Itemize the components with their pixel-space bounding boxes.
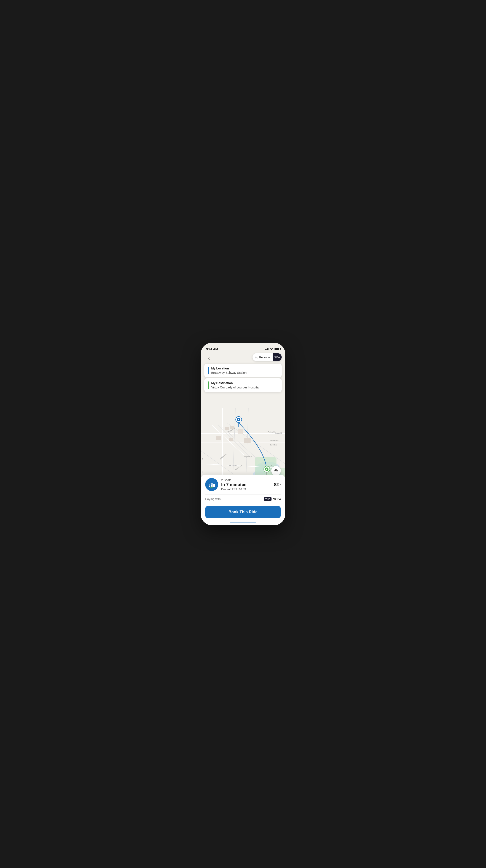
- destination-value: Virtua Our Lady of Lourdes Hospital: [211, 385, 259, 389]
- status-bar: 9:41 AM: [201, 343, 285, 352]
- ride-seats: 2 Seats: [221, 478, 271, 482]
- back-chevron: ‹: [208, 355, 210, 361]
- ride-details: 2 Seats In 7 minutes Drop-off ETA: 10:03: [221, 478, 271, 491]
- svg-rect-73: [211, 484, 211, 484]
- destination-content: My Destination Virtua Our Lady of Lourde…: [211, 381, 259, 389]
- svg-text:Baird Blvd: Baird Blvd: [270, 444, 277, 446]
- svg-point-61: [275, 469, 278, 472]
- status-time: 9:41 AM: [206, 347, 218, 351]
- card-last4: *8864: [273, 497, 281, 501]
- destination-label: My Destination: [211, 381, 259, 385]
- svg-rect-75: [211, 484, 211, 485]
- ride-icon: [205, 478, 218, 491]
- wifi-icon: [270, 348, 273, 350]
- svg-point-59: [256, 356, 257, 357]
- svg-rect-74: [212, 484, 212, 484]
- account-badge[interactable]: Personal VISA: [252, 353, 282, 361]
- svg-text:Marlton Pike: Marlton Pike: [270, 440, 278, 441]
- svg-point-60: [275, 470, 277, 471]
- person-icon: [255, 355, 258, 359]
- svg-rect-47: [216, 436, 221, 440]
- visa-badge: VISA: [273, 353, 282, 361]
- locate-button[interactable]: [271, 466, 281, 475]
- svg-text:Kaighn Ave: Kaighn Ave: [229, 465, 237, 466]
- home-indicator: [230, 523, 256, 523]
- back-button[interactable]: ‹: [205, 354, 213, 362]
- svg-rect-72: [209, 485, 210, 486]
- book-ride-button[interactable]: Book This Ride: [205, 506, 281, 518]
- ride-info: 2 Seats In 7 minutes Drop-off ETA: 10:03…: [205, 478, 281, 491]
- payment-row: Paying with VISA *8864: [205, 494, 281, 503]
- svg-rect-76: [212, 484, 212, 485]
- svg-rect-49: [244, 438, 250, 443]
- origin-label: My Location: [211, 367, 246, 370]
- svg-rect-77: [213, 485, 214, 485]
- svg-text:o: o: [202, 471, 203, 473]
- svg-rect-69: [213, 484, 215, 487]
- svg-rect-45: [225, 427, 229, 430]
- locate-icon: [274, 468, 278, 473]
- origin-card[interactable]: My Location Broadway Subway Station: [204, 364, 282, 377]
- svg-text:Kaighn Ave: Kaighn Ave: [244, 456, 252, 458]
- ride-price[interactable]: $2 ›: [274, 482, 281, 487]
- signal-icon: [265, 348, 269, 350]
- price-value: $2: [274, 482, 279, 487]
- payment-visa-badge: VISA: [264, 497, 272, 501]
- svg-point-57: [266, 469, 267, 470]
- svg-point-53: [238, 419, 239, 420]
- svg-text:B: B: [202, 458, 203, 460]
- account-personal-section: Personal: [252, 355, 272, 359]
- account-type-label: Personal: [259, 355, 270, 359]
- location-cards: My Location Broadway Subway Station My D…: [204, 364, 282, 392]
- svg-rect-50: [229, 438, 233, 441]
- payment-method: VISA *8864: [264, 497, 281, 501]
- transit-icon: [207, 480, 216, 489]
- ride-eta: In 7 minutes: [221, 482, 271, 487]
- phone-frame: Federal St S 11th St Haddon Ave Haddon A…: [201, 343, 285, 525]
- destination-card[interactable]: My Destination Virtua Our Lady of Lourde…: [204, 378, 282, 392]
- origin-content: My Location Broadway Subway Station: [211, 367, 246, 374]
- svg-rect-48: [238, 429, 243, 434]
- svg-text:Federal St: Federal St: [268, 431, 275, 433]
- ride-dropoff: Drop-off ETA: 10:03: [221, 488, 271, 491]
- svg-rect-46: [230, 426, 234, 429]
- battery-icon: [275, 348, 280, 350]
- status-icons: [265, 348, 280, 350]
- paying-with-label: Paying with: [205, 497, 221, 501]
- svg-rect-78: [214, 485, 214, 485]
- origin-indicator: [208, 367, 209, 374]
- origin-value: Broadway Subway Station: [211, 371, 246, 374]
- price-chevron: ›: [280, 483, 281, 487]
- svg-rect-70: [209, 484, 210, 485]
- bottom-panel: 2 Seats In 7 minutes Drop-off ETA: 10:03…: [201, 474, 285, 525]
- svg-text:Federal S: Federal S: [275, 432, 282, 434]
- destination-indicator: [208, 381, 209, 389]
- svg-rect-71: [210, 484, 210, 485]
